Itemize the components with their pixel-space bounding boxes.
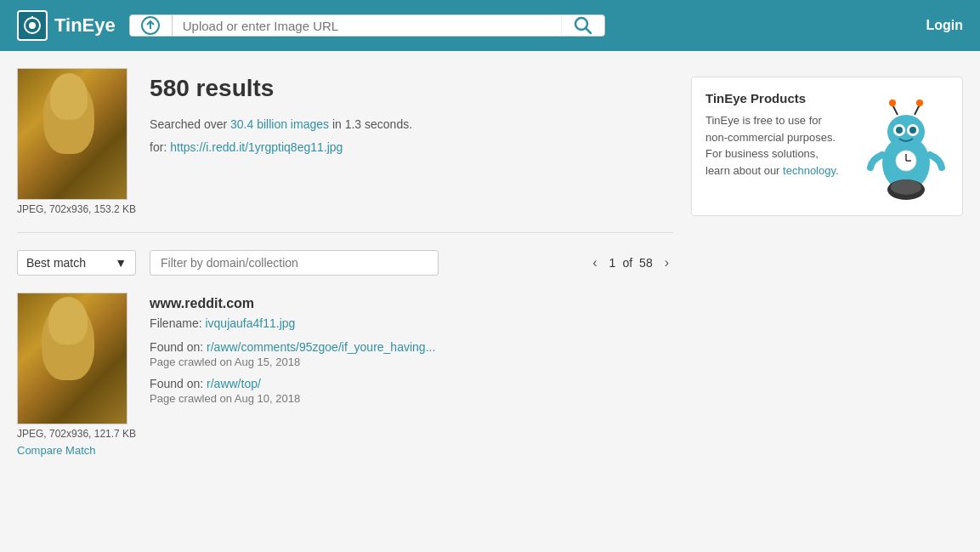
- products-description: TinEye is free to use for non-commercial…: [705, 112, 845, 179]
- header: TinEye Login: [0, 0, 980, 51]
- result-crawled-1: Page crawled on Aug 15, 2018: [150, 356, 674, 368]
- svg-point-14: [889, 100, 896, 106]
- total-pages: 58: [639, 256, 653, 270]
- billion-images-link[interactable]: 30.4 billion images: [230, 117, 329, 131]
- products-desc-2: .: [836, 164, 839, 177]
- technology-link[interactable]: technology: [783, 164, 836, 177]
- filename-label: Filename:: [150, 316, 201, 330]
- controls-row: Best match ▼ ‹ 1 of 58 ›: [17, 250, 674, 276]
- svg-point-8: [887, 115, 925, 149]
- robot-graphic: [855, 91, 949, 202]
- for-label: for:: [150, 140, 167, 154]
- right-column: TinEye Products TinEye is free to use fo…: [691, 68, 963, 474]
- found-label-1: Found on:: [150, 340, 203, 354]
- result-found-1: Found on: r/aww/comments/95zgoe/if_youre…: [150, 340, 674, 354]
- next-page-button[interactable]: ›: [660, 253, 674, 272]
- result-image: [17, 293, 127, 424]
- search-button[interactable]: [561, 15, 604, 36]
- found-url-1-link[interactable]: r/aww/comments/95zgoe/if_youre_having...: [207, 340, 435, 354]
- results-info: 580 results Searched over 30.4 billion i…: [150, 68, 412, 215]
- sort-dropdown[interactable]: Best match ▼: [17, 250, 136, 276]
- logo-text: TinEye: [54, 14, 116, 37]
- logo-icon: [17, 10, 48, 41]
- logo[interactable]: TinEye: [17, 10, 116, 41]
- result-crawled-2: Page crawled on Aug 10, 2018: [150, 392, 674, 405]
- of-label: of: [622, 256, 632, 270]
- prev-page-button[interactable]: ‹: [587, 253, 602, 272]
- pagination: ‹ 1 of 58 ›: [587, 253, 674, 272]
- chevron-down-icon: ▼: [115, 256, 127, 270]
- result-image-meta: JPEG, 702x936, 121.7 KB: [17, 428, 136, 440]
- svg-point-12: [909, 127, 916, 134]
- result-item: JPEG, 702x936, 121.7 KB Compare Match ww…: [17, 293, 674, 474]
- result-filename: Filename: ivqujaufa4f11.jpg: [150, 316, 674, 330]
- result-details: www.reddit.com Filename: ivqujaufa4f11.j…: [150, 293, 674, 457]
- svg-point-16: [916, 100, 923, 106]
- query-section: JPEG, 702x936, 153.2 KB 580 results Sear…: [17, 68, 674, 233]
- compare-match-link[interactable]: Compare Match: [17, 444, 95, 457]
- result-found-2: Found on: r/aww/top/: [150, 377, 674, 390]
- result-image-wrap: JPEG, 702x936, 121.7 KB Compare Match: [17, 293, 136, 457]
- query-image-wrap: JPEG, 702x936, 153.2 KB: [17, 68, 136, 215]
- searched-prefix: Searched over: [150, 117, 230, 131]
- filename-link[interactable]: ivqujaufa4f11.jpg: [205, 316, 295, 330]
- result-domain: www.reddit.com: [150, 296, 674, 311]
- found-label-2: Found on:: [150, 377, 203, 390]
- left-column: JPEG, 702x936, 153.2 KB 580 results Sear…: [17, 68, 674, 474]
- svg-line-6: [586, 28, 591, 33]
- search-input[interactable]: [173, 15, 561, 36]
- results-count: 580 results: [150, 75, 412, 102]
- query-image: [17, 68, 127, 200]
- products-text: TinEye Products TinEye is free to use fo…: [705, 91, 845, 202]
- svg-point-1: [29, 22, 36, 29]
- tineye-products-box: TinEye Products TinEye is free to use fo…: [691, 77, 963, 216]
- upload-button[interactable]: [130, 15, 173, 36]
- svg-point-11: [896, 127, 903, 134]
- image-url-link[interactable]: https://i.redd.it/1yrgptiq8eg11.jpg: [170, 140, 343, 154]
- products-title: TinEye Products: [705, 91, 845, 105]
- current-page: 1: [609, 256, 616, 270]
- sort-label: Best match: [26, 256, 86, 270]
- search-bar: [129, 14, 605, 37]
- found-url-2-link[interactable]: r/aww/top/: [207, 377, 261, 390]
- filter-input[interactable]: [150, 250, 439, 276]
- main-content: JPEG, 702x936, 153.2 KB 580 results Sear…: [0, 51, 980, 491]
- searched-suffix: in 1.3 seconds.: [329, 117, 412, 131]
- login-button[interactable]: Login: [926, 18, 963, 33]
- search-summary: Searched over 30.4 billion images in 1.3…: [150, 116, 412, 134]
- query-image-meta: JPEG, 702x936, 153.2 KB: [17, 203, 136, 215]
- for-url: for: https://i.redd.it/1yrgptiq8eg11.jpg: [150, 139, 412, 156]
- svg-point-22: [891, 179, 921, 195]
